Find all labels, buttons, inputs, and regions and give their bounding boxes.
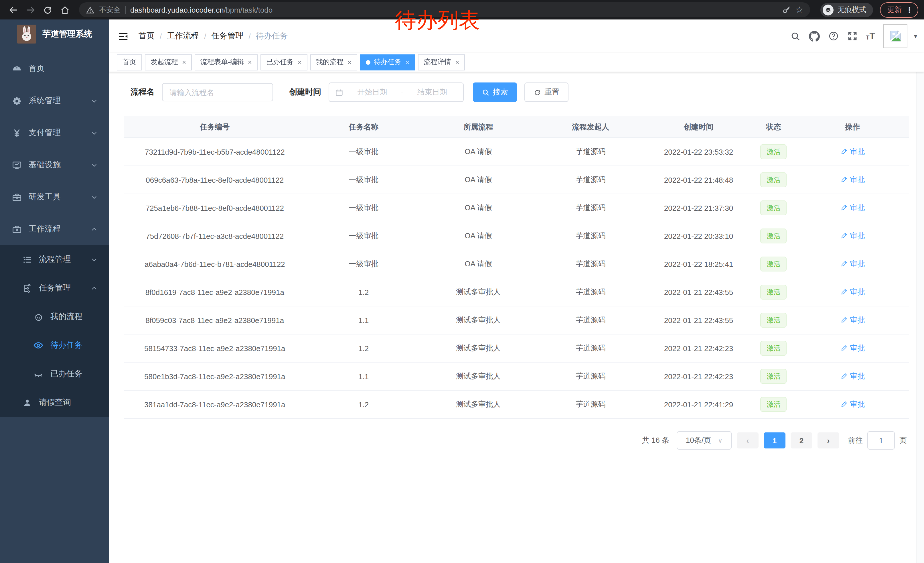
status-cell: 激活 (751, 362, 796, 390)
end-date-placeholder[interactable]: 结束日期 (407, 87, 458, 98)
reset-button[interactable]: 重置 (524, 83, 568, 102)
task-id-cell: 069c6a63-7b8a-11ec-8ef0-acde48001122 (124, 166, 306, 194)
page-button-1[interactable]: 1 (764, 432, 786, 449)
browser-back-icon[interactable] (6, 2, 21, 17)
sidebar-collapse-icon[interactable] (118, 31, 129, 42)
goto-page-input[interactable] (867, 431, 895, 450)
tab-发起流程[interactable]: 发起流程× (145, 54, 192, 70)
task-id-cell: 8f059c03-7ac8-11ec-a9e2-a2380e71991a (124, 306, 306, 334)
sidebar-item-dev-tools[interactable]: 研发工具 (0, 181, 109, 213)
sidebar-item-task-mgmt[interactable]: 任务管理 (0, 274, 109, 302)
github-icon[interactable] (808, 31, 819, 42)
tab-close-icon[interactable]: × (455, 59, 459, 66)
edit-pencil-icon (840, 401, 848, 408)
tab-已办任务[interactable]: 已办任务× (261, 54, 308, 70)
tab-close-icon[interactable]: × (298, 59, 302, 66)
sidebar-item-my-process[interactable]: 我的流程 (0, 302, 109, 331)
table-row: 069c6a63-7b8a-11ec-8ef0-acde48001122一级审批… (124, 166, 909, 194)
tab-首页[interactable]: 首页 (117, 54, 142, 70)
breadcrumb-home[interactable]: 首页 (138, 31, 154, 41)
breadcrumb-workflow[interactable]: 工作流程 (167, 31, 199, 41)
sidebar-item-workflow[interactable]: 工作流程 (0, 213, 109, 245)
next-page-button[interactable]: › (818, 432, 839, 449)
sidebar-item-process-mgmt[interactable]: 流程管理 (0, 245, 109, 274)
approve-link[interactable]: 审批 (840, 147, 865, 157)
not-secure-warning-icon[interactable] (86, 6, 94, 14)
browser-menu-icon[interactable]: ⋮ (906, 6, 913, 14)
sidebar-item-todo-task[interactable]: 待办任务 (0, 331, 109, 360)
page-button-2[interactable]: 2 (790, 432, 812, 449)
status-cell: 激活 (751, 278, 796, 306)
sidebar-item-done-task[interactable]: 已办任务 (0, 360, 109, 388)
tab-我的流程[interactable]: 我的流程× (310, 54, 357, 70)
created-time-cell: 2022-01-22 20:33:10 (646, 222, 752, 250)
browser-forward-icon[interactable] (23, 2, 38, 17)
sidebar-logo-row[interactable]: 芋道管理系统 (0, 20, 109, 48)
action-cell: 审批 (796, 278, 909, 306)
sidebar-item-home[interactable]: 首页 (0, 53, 109, 85)
bookmark-star-icon[interactable]: ☆ (795, 5, 803, 15)
approve-link[interactable]: 审批 (840, 343, 865, 353)
approve-link[interactable]: 审批 (840, 399, 865, 410)
address-bar[interactable]: 不安全 dashboard.yudao.iocoder.cn/bpm/task/… (79, 2, 810, 17)
fullscreen-icon[interactable] (847, 31, 857, 41)
page-url[interactable]: dashboard.yudao.iocoder.cn/bpm/task/todo (130, 6, 273, 14)
sidebar-item-leave-query[interactable]: 请假查询 (0, 388, 109, 417)
approve-link[interactable]: 审批 (840, 315, 865, 325)
approve-link[interactable]: 审批 (840, 259, 865, 269)
robot-icon (33, 312, 44, 321)
help-icon[interactable] (828, 31, 838, 41)
tab-待办任务[interactable]: 待办任务× (360, 54, 415, 70)
sidebar-menu: 首页系统管理支付管理基础设施研发工具工作流程流程管理任务管理我的流程待办任务已办… (0, 53, 109, 417)
breadcrumb: 首页 / 工作流程 / 任务管理 / 待办任务 (138, 31, 288, 41)
action-cell: 审批 (796, 334, 909, 362)
status-cell: 激活 (751, 390, 796, 418)
tab-close-icon[interactable]: × (348, 59, 351, 66)
update-label[interactable]: 更新 (887, 5, 902, 15)
process-cell: 测试多审批人 (422, 390, 535, 418)
page-size-select[interactable]: 10条/页 ∨ (676, 431, 732, 450)
scrollbar-track[interactable] (916, 20, 924, 563)
font-size-icon[interactable]: TT (866, 32, 875, 41)
tab-close-icon[interactable]: × (248, 59, 252, 66)
status-badge: 激活 (760, 285, 787, 300)
approve-link[interactable]: 审批 (840, 203, 865, 213)
tab-流程详情[interactable]: 流程详情× (418, 54, 465, 70)
start-date-placeholder[interactable]: 开始日期 (347, 87, 398, 98)
approve-link[interactable]: 审批 (840, 287, 865, 297)
avatar-dropdown-caret-icon[interactable]: ▾ (914, 32, 917, 40)
app-title: 芋道管理系统 (42, 29, 92, 39)
page-buttons: 12 (764, 432, 812, 449)
breadcrumb-task-mgmt[interactable]: 任务管理 (212, 31, 244, 41)
sidebar-item-payment-mgmt[interactable]: 支付管理 (0, 117, 109, 149)
edit-pencil-icon (840, 344, 848, 352)
date-range-picker[interactable]: 开始日期 - 结束日期 (328, 83, 464, 102)
search-button[interactable]: 搜索 (473, 83, 517, 102)
search-button-label: 搜索 (493, 87, 508, 98)
calendar-icon (335, 88, 344, 96)
prev-page-button[interactable]: ‹ (737, 432, 759, 449)
task-id-cell: 381aa1dd-7ac8-11ec-a9e2-a2380e71991a (124, 390, 306, 418)
sidebar-item-system-mgmt[interactable]: 系统管理 (0, 85, 109, 117)
approve-link[interactable]: 审批 (840, 231, 865, 241)
approve-label: 审批 (850, 203, 865, 213)
approve-link[interactable]: 审批 (840, 371, 865, 381)
task-name-cell: 一级审批 (306, 138, 422, 166)
tab-流程表单-编辑[interactable]: 流程表单-编辑× (195, 54, 258, 70)
browser-home-icon[interactable] (57, 2, 72, 17)
task-table: 任务编号任务名称所属流程流程发起人创建时间状态操作 73211d9d-7b9b-… (124, 116, 909, 419)
sidebar-item-infrastructure[interactable]: 基础设施 (0, 149, 109, 181)
process-name-input[interactable] (162, 83, 273, 101)
starter-cell: 芋道源码 (535, 362, 646, 390)
browser-reload-icon[interactable] (40, 2, 55, 17)
approve-label: 审批 (850, 259, 865, 269)
not-secure-label[interactable]: 不安全 (99, 5, 120, 15)
browser-update-button[interactable]: 更新 ⋮ (880, 2, 918, 18)
search-icon[interactable] (790, 31, 800, 41)
user-avatar[interactable] (884, 24, 908, 48)
approve-link[interactable]: 审批 (840, 175, 865, 185)
tab-close-icon[interactable]: × (405, 59, 410, 66)
password-key-icon[interactable] (782, 5, 791, 14)
status-badge: 激活 (760, 341, 787, 356)
tab-close-icon[interactable]: × (182, 59, 186, 66)
